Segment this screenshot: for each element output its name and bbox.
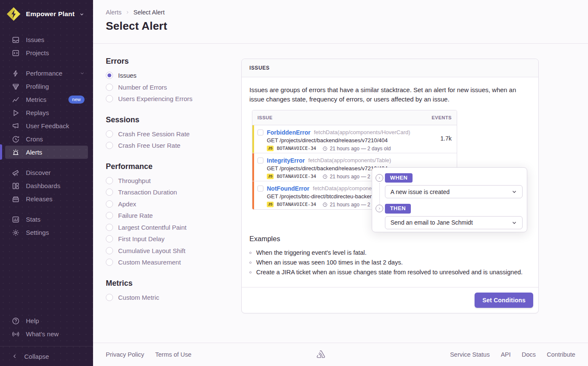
- radio-button[interactable]: [106, 212, 113, 219]
- sidebar-item-stats[interactable]: Stats: [5, 213, 88, 226]
- whats-new-icon: [12, 330, 20, 338]
- radio-option-users-experiencing-errors[interactable]: Users Experiencing Errors: [106, 93, 241, 105]
- sidebar-item-projects[interactable]: Projects: [5, 46, 88, 59]
- radio-button[interactable]: [106, 294, 113, 301]
- chevron-down-icon: [512, 189, 517, 194]
- sidebar-item-replays[interactable]: Replays: [5, 106, 88, 119]
- org-switcher[interactable]: Empower Plant: [0, 0, 93, 26]
- radio-button[interactable]: [106, 95, 113, 102]
- radio-button[interactable]: [106, 142, 113, 149]
- issue-name-link[interactable]: NotFoundError: [267, 185, 309, 192]
- radio-button[interactable]: [106, 177, 113, 184]
- radio-option-apdex[interactable]: Apdex: [106, 198, 241, 210]
- issue-name-link[interactable]: IntegrityError: [267, 157, 305, 164]
- radio-option-first-input-delay[interactable]: First Input Delay: [106, 233, 241, 245]
- radio-label: Throughput: [118, 177, 151, 184]
- radio-option-crash-free-session-rate[interactable]: Crash Free Session Rate: [106, 128, 241, 140]
- radio-button[interactable]: [106, 235, 113, 242]
- footer-link-terms-of-use[interactable]: Terms of Use: [155, 351, 191, 358]
- sidebar-item-help[interactable]: Help: [5, 314, 88, 327]
- footer-center: [192, 349, 450, 360]
- sidebar-item-discover[interactable]: Discover: [5, 166, 88, 179]
- issue-transaction: fetchData(app/components/HoverCard): [314, 129, 410, 135]
- footer-link-docs[interactable]: Docs: [522, 351, 536, 358]
- then-row: THEN: [376, 204, 522, 213]
- sidebar-footer-nav: HelpWhat's new: [5, 314, 88, 341]
- sidebar-item-crons[interactable]: Crons: [5, 132, 88, 146]
- issue-path: GET /projects/direct/backend/releases/v7…: [267, 137, 452, 144]
- sidebar-item-what-s-new[interactable]: What's new: [5, 327, 88, 341]
- then-action-select[interactable]: Send an email to Jane Schmidt: [385, 216, 523, 229]
- sidebar-item-settings[interactable]: Settings: [5, 226, 88, 239]
- alert-type-group-metrics: MetricsCustom Metric: [106, 279, 241, 304]
- collapse-label: Collapse: [24, 353, 49, 360]
- radio-option-largest-contentful-paint[interactable]: Largest Contentful Paint: [106, 222, 241, 234]
- issue-checkbox[interactable]: [257, 130, 263, 135]
- clock-icon: [322, 174, 328, 179]
- radio-option-failure-rate[interactable]: Failure Rate: [106, 210, 241, 222]
- issue-level-bar: [252, 181, 254, 209]
- radio-button[interactable]: [106, 130, 113, 138]
- when-condition-select[interactable]: A new issue is created: [385, 185, 523, 198]
- sidebar-item-dashboards[interactable]: Dashboards: [5, 179, 88, 192]
- example-text: When the triggering event's level is fat…: [256, 249, 367, 256]
- then-badge: THEN: [385, 204, 411, 213]
- breadcrumb-alerts-link[interactable]: Alerts: [106, 9, 122, 16]
- issue-level-bar: [252, 153, 254, 181]
- issue-row[interactable]: ForbiddenErrorfetchData(app/components/H…: [252, 125, 457, 153]
- nav-section: PerformanceProfilingMetricsnewReplaysUse…: [5, 67, 88, 159]
- radio-option-custom-measurement[interactable]: Custom Measurement: [106, 256, 241, 268]
- radio-option-crash-free-user-rate[interactable]: Crash Free User Rate: [106, 140, 241, 152]
- sidebar-item-user-feedback[interactable]: User Feedback: [5, 119, 88, 132]
- sidebar-item-label: Performance: [26, 70, 62, 77]
- sidebar-item-label: Dashboards: [26, 182, 60, 189]
- alert-type-group-errors: ErrorsIssuesNumber of ErrorsUsers Experi…: [106, 57, 241, 105]
- footer-link-service-status[interactable]: Service Status: [450, 351, 490, 358]
- sidebar-item-label: Metrics: [26, 96, 46, 103]
- radio-button[interactable]: [106, 189, 113, 196]
- radio-button[interactable]: [106, 84, 113, 91]
- footer-link-api[interactable]: API: [501, 351, 511, 358]
- circled-chevron-right-icon: [376, 205, 383, 212]
- releases-icon: [12, 195, 20, 203]
- radio-option-custom-metric[interactable]: Custom Metric: [106, 292, 241, 304]
- clock-icon: [322, 146, 328, 151]
- alerts-icon: [12, 149, 20, 156]
- user-feedback-icon: [12, 122, 20, 130]
- platform-js-badge: JS: [267, 202, 274, 207]
- then-action-value: Send an email to Jane Schmidt: [390, 219, 473, 226]
- radio-button[interactable]: [106, 259, 113, 266]
- issue-checkbox[interactable]: [257, 186, 263, 191]
- issue-checkbox[interactable]: [257, 158, 263, 163]
- radio-option-issues[interactable]: Issues: [106, 70, 241, 82]
- sidebar-item-label: Releases: [26, 195, 53, 203]
- sidebar-collapse-button[interactable]: Collapse: [0, 346, 93, 366]
- sidebar-item-alerts[interactable]: Alerts: [5, 146, 88, 159]
- radio-button[interactable]: [106, 224, 113, 231]
- radio-label: Largest Contentful Paint: [118, 224, 187, 231]
- chevron-right-icon: [125, 10, 130, 14]
- issue-name-link[interactable]: ForbiddenError: [267, 129, 311, 136]
- sidebar-item-performance[interactable]: Performance: [5, 67, 88, 80]
- stats-icon: [12, 216, 20, 223]
- set-conditions-button[interactable]: Set Conditions: [475, 293, 533, 308]
- sidebar-item-profiling[interactable]: Profiling: [5, 80, 88, 93]
- radio-button[interactable]: [106, 72, 113, 79]
- issue-transaction: fetchData(app/components/Table): [308, 157, 391, 163]
- radio-button[interactable]: [106, 200, 113, 208]
- panel-header: ISSUES: [242, 59, 538, 77]
- sidebar-item-releases[interactable]: Releases: [5, 192, 88, 206]
- radio-label: Users Experiencing Errors: [118, 95, 192, 102]
- issue-age-text: 21 hours ago — 2 days old: [330, 146, 390, 152]
- column-issue: ISSUE: [257, 115, 273, 120]
- nav-section: StatsSettings: [5, 213, 88, 239]
- radio-option-cumulative-layout-shift[interactable]: Cumulative Layout Shift: [106, 245, 241, 257]
- footer-link-contribute[interactable]: Contribute: [547, 351, 575, 358]
- radio-option-transaction-duration[interactable]: Transaction Duration: [106, 186, 241, 198]
- sidebar-item-issues[interactable]: Issues: [5, 33, 88, 46]
- sidebar-item-metrics[interactable]: Metricsnew: [5, 93, 88, 106]
- radio-option-throughput[interactable]: Throughput: [106, 175, 241, 187]
- radio-option-number-of-errors[interactable]: Number of Errors: [106, 82, 241, 93]
- footer-link-privacy-policy[interactable]: Privacy Policy: [106, 351, 144, 358]
- radio-button[interactable]: [106, 247, 113, 254]
